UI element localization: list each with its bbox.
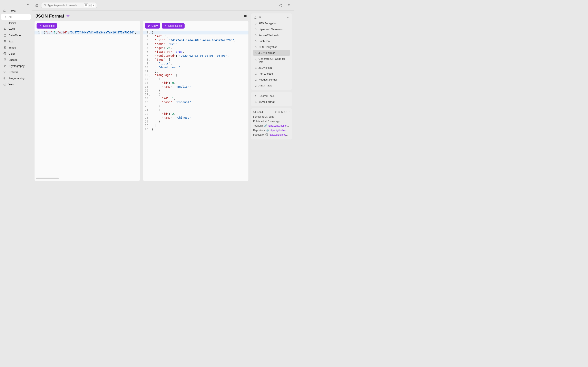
plug-icon[interactable] [274,111,277,113]
save-as-file-button[interactable]: Save as file [162,23,184,29]
svg-point-6 [4,47,5,47]
link-icon: 🔗 [264,124,267,127]
bell-icon [254,22,257,25]
chevron-down-icon [287,95,289,97]
favorite-button[interactable] [66,15,70,18]
nav-item-home[interactable]: Home [1,8,31,14]
bell-icon [254,73,257,75]
output-editor: Copy Save as file 1⌄2345678⌄9101112⌄13⌄1… [143,21,249,181]
copy-button[interactable]: Copy [145,23,160,29]
version-text: 1.0.1 [257,110,263,113]
tool-item[interactable]: Htpasswd Generator [253,26,290,32]
github-icon[interactable] [281,111,283,113]
collapse-sidebar-button[interactable] [26,2,30,6]
tool-item[interactable]: AES Encryption [253,21,290,26]
image-icon [3,46,7,49]
nav-item-web[interactable]: Web [1,81,31,87]
nav-item-cryptography[interactable]: Cryptography [1,63,31,69]
bell-icon [254,59,257,62]
tool-label: Keccak224 Hash [259,34,278,37]
braces-icon [3,21,7,25]
nav-item-programming[interactable]: Programming [1,75,31,81]
chat-icon: 💬 [265,133,268,136]
text-icon [3,40,7,43]
home-icon [3,9,7,12]
bell-icon [254,101,257,103]
bell-icon [254,34,257,36]
all-tools-header[interactable]: All [252,15,291,20]
profile-button[interactable] [287,3,291,8]
nav-item-color[interactable]: Color [1,50,31,57]
tool-label: Hex Encode [259,72,273,75]
svg-rect-4 [4,34,6,36]
globe-icon[interactable] [278,111,280,113]
tool-label: ASCII Table [259,84,272,87]
share-button[interactable] [278,3,283,8]
nav-item-yaml[interactable]: YAML [1,26,31,32]
search-shortcut: ⌘ + K [84,3,95,7]
tool-item[interactable]: Keccak224 Hash [253,33,290,38]
nav-item-encode[interactable]: Encode [1,57,31,63]
input-horizontal-scrollbar[interactable] [36,178,138,180]
home-button[interactable] [35,3,39,8]
input-code-area[interactable]: 1 {"id":1,"uuid":"3d877494-e7d4-48e3-aa7… [35,31,140,181]
tool-item[interactable]: ASCII Table [253,83,290,88]
output-code-area[interactable]: 1⌄2345678⌄9101112⌄13⌄14151617⌄18192021⌄2… [143,31,249,181]
svg-point-12 [44,4,45,6]
nav-item-all[interactable]: All [1,14,31,20]
svg-point-16 [288,4,289,5]
select-file-button[interactable]: Select file [36,23,57,29]
repo-link[interactable]: https://github.com… [270,129,290,132]
chevron-down-icon [287,16,289,19]
nav-label: Text [9,40,13,43]
toggle-right-panel-button[interactable] [243,14,247,18]
select-file-label: Select file [43,24,54,27]
web-icon [3,83,7,86]
search-icon [43,4,46,7]
nav-item-date-time[interactable]: Date/Time [1,32,31,38]
bell-icon [254,52,257,54]
search-box[interactable]: ⌘ + K [41,2,97,8]
tool-label: Generate QR Code for Text [259,57,289,63]
tool-item[interactable]: Generate QR Code for Text [253,56,290,65]
related-tools-header[interactable]: Related Tools [252,93,291,99]
tool-item[interactable]: Request sender [253,77,290,82]
nav-label: All [9,16,11,18]
nav-label: JSON [9,22,16,25]
tool-link[interactable]: https://t.he3app.co… [268,124,290,127]
bell-icon [254,46,257,48]
tool-item[interactable]: JSON Format [253,50,290,56]
related-tool-item[interactable]: YAML Format [253,99,290,105]
input-editor: Select file 1 {"id":1,"uuid":"3d877494-e… [34,21,140,181]
svg-rect-1 [5,28,6,29]
nav-item-text[interactable]: Text [1,38,31,44]
nav-item-network[interactable]: Network [1,69,31,75]
nav-item-json[interactable]: JSON [1,20,31,26]
svg-rect-18 [244,15,246,17]
nav-item-image[interactable]: Image [1,44,31,50]
published-line: Published at: 5 days ago [253,119,290,123]
nav-label: Color [9,52,15,55]
tool-label: YAML Format [259,100,275,103]
copy-label: Copy [151,24,158,27]
svg-rect-3 [5,29,6,30]
palette-icon [3,52,7,55]
feedback-link[interactable]: https://github.com/… [269,133,290,136]
svg-rect-0 [4,28,5,29]
tool-item[interactable]: DES Decryption [253,44,290,50]
search-input[interactable] [48,4,84,7]
tool-item[interactable]: Hex Encode [253,71,290,76]
info-icon [253,110,256,113]
feedback-line: Feedback: 💬https://github.com/… [253,133,290,137]
chevron-down-icon[interactable] [287,111,290,113]
tool-item[interactable]: JSON Path [253,65,290,71]
nav-label: Network [9,71,18,74]
check-circle-icon[interactable] [284,111,287,113]
tool-item[interactable]: Hash Tool [253,38,290,44]
calendar-icon [3,34,7,37]
bell-icon [254,84,257,87]
right-sidebar: All AES EncryptionHtpasswd GeneratorKecc… [251,11,294,184]
bell-icon [254,28,257,31]
bolt-icon [3,64,7,67]
tool-label: Hash Tool [259,40,270,43]
